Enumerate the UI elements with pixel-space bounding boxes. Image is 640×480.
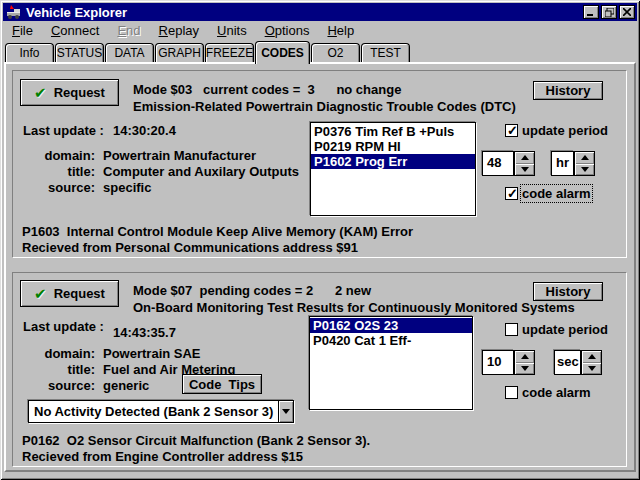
menu-help[interactable]: Help xyxy=(318,22,363,40)
tab-data[interactable]: DATA xyxy=(105,43,154,62)
menu-file[interactable]: File xyxy=(3,22,42,40)
period-unit-spinner-mode07 xyxy=(581,350,602,375)
request-button-mode07[interactable]: ✔ Request xyxy=(20,280,119,307)
dtc-item[interactable]: P0420 Cat 1 Eff- xyxy=(310,333,472,348)
dtc-item[interactable]: P1602 Prog Err xyxy=(311,154,475,169)
tab-codes[interactable]: CODES xyxy=(255,41,310,64)
menu-end: End xyxy=(108,22,149,40)
menubar: File Connect End Replay Units Options He… xyxy=(3,22,637,40)
green-check-icon: ✔ xyxy=(34,285,47,303)
minimize-button[interactable] xyxy=(583,5,599,19)
up-arrow-icon xyxy=(581,155,589,160)
update-period-checkbox-mode07[interactable]: update period xyxy=(505,322,608,337)
mode07-description: On-Board Monitoring Test Results for Con… xyxy=(133,300,575,315)
tab-o2[interactable]: O2 xyxy=(311,43,360,62)
title-label: title: xyxy=(21,164,95,179)
spinner-down-button[interactable] xyxy=(515,363,534,375)
period-unit-field-mode07[interactable]: sec xyxy=(554,350,581,375)
titlebar: Vehicle Explorer xyxy=(3,3,637,21)
code-alarm-checkbox-mode07[interactable]: code alarm xyxy=(505,385,591,400)
update-period-checkbox-mode03[interactable]: update period xyxy=(505,123,608,138)
request-button-label: Request xyxy=(54,286,105,301)
restore-button[interactable] xyxy=(601,5,617,19)
restore-icon xyxy=(605,8,614,17)
domain-value: Powertrain Manufacturer xyxy=(103,148,256,163)
vehicle-explorer-window: Vehicle Explorer File Connect End Replay… xyxy=(0,0,640,480)
source-label: source: xyxy=(21,180,95,195)
close-button[interactable] xyxy=(619,5,635,19)
history-button-mode07[interactable]: History xyxy=(533,282,603,301)
spinner-down-button[interactable] xyxy=(582,363,601,375)
menu-units[interactable]: Units xyxy=(208,22,256,40)
window-title: Vehicle Explorer xyxy=(26,5,127,20)
update-period-label: update period xyxy=(522,322,608,337)
mode03-status-line: Mode $03 current codes = 3 no change xyxy=(133,82,401,97)
spinner-up-button[interactable] xyxy=(575,152,594,164)
tabstrip: Info STATUS DATA GRAPH FREEZE CODES O2 T… xyxy=(5,41,411,64)
spinner-up-button[interactable] xyxy=(515,152,534,164)
mode03-panel: ✔ Request Mode $03 current codes = 3 no … xyxy=(12,70,627,258)
request-button-mode03[interactable]: ✔ Request xyxy=(20,79,119,106)
down-arrow-icon xyxy=(521,167,529,172)
dtc-item[interactable]: P0376 Tim Ref B +Puls xyxy=(311,124,475,139)
period-unit-field-mode03[interactable]: hr xyxy=(551,151,574,176)
code-detail-dropdown[interactable]: No Activity Detected (Bank 2 Sensor 3) xyxy=(28,400,294,423)
mode07-panel: ✔ Request Mode $07 pending codes = 2 2 n… xyxy=(12,272,627,467)
dropdown-arrow-button[interactable] xyxy=(278,401,293,422)
code-tips-button[interactable]: Code Tips xyxy=(182,374,262,394)
title-label: title: xyxy=(21,362,95,377)
spinner-up-button[interactable] xyxy=(582,351,601,363)
dtc-listbox-mode03[interactable]: P0376 Tim Ref B +Puls P0219 RPM HI P1602… xyxy=(310,122,476,216)
truck-app-icon xyxy=(6,4,22,20)
selected-code-detail-line2: Recieved from Engine Controller address … xyxy=(22,449,303,464)
spinner-up-button[interactable] xyxy=(515,351,534,363)
tab-graph[interactable]: GRAPH xyxy=(155,43,204,62)
dtc-item[interactable]: P0162 O2S 23 xyxy=(310,318,472,333)
period-value-spinner-mode03 xyxy=(514,151,535,176)
spinner-down-button[interactable] xyxy=(575,164,594,176)
code-alarm-checkbox-mode03[interactable]: code alarm xyxy=(505,186,591,201)
dropdown-arrow-icon xyxy=(282,409,290,414)
last-update-value: 14:30:20.4 xyxy=(113,123,176,138)
menu-replay[interactable]: Replay xyxy=(150,22,208,40)
source-label: source: xyxy=(21,378,95,393)
period-value-field-mode03[interactable]: 48 xyxy=(482,151,514,176)
close-icon xyxy=(623,8,631,16)
last-update-value: 14:43:35.7 xyxy=(113,325,176,340)
checkbox-icon xyxy=(505,124,518,137)
dtc-item[interactable]: P0219 RPM HI xyxy=(311,139,475,154)
period-unit-spinner-mode03 xyxy=(574,151,595,176)
last-update-label: Last update : xyxy=(23,319,104,334)
menu-options[interactable]: Options xyxy=(256,22,319,40)
selected-code-detail-line1: P0162 O2 Sensor Circuit Malfunction (Ban… xyxy=(22,433,370,448)
tab-status[interactable]: STATUS xyxy=(55,43,104,62)
code-alarm-label: code alarm xyxy=(522,385,591,400)
dtc-listbox-mode07[interactable]: P0162 O2S 23 P0420 Cat 1 Eff- xyxy=(309,316,473,410)
up-arrow-icon xyxy=(588,354,596,359)
period-value-field-mode07[interactable]: 10 xyxy=(482,350,514,375)
domain-value: Powertrain SAE xyxy=(103,346,201,361)
domain-label: domain: xyxy=(21,148,95,163)
up-arrow-icon xyxy=(521,155,529,160)
period-value-spinner-mode07 xyxy=(514,350,535,375)
down-arrow-icon xyxy=(581,167,589,172)
source-value: generic xyxy=(103,378,149,393)
tab-freeze[interactable]: FREEZE xyxy=(205,43,254,62)
title-value: Computer and Auxilary Outputs xyxy=(103,164,299,179)
request-button-label: Request xyxy=(54,85,105,100)
mode03-description: Emission-Related Powertrain Diagnostic T… xyxy=(133,99,516,114)
tab-info[interactable]: Info xyxy=(5,43,54,62)
tab-test[interactable]: TEST xyxy=(361,43,410,62)
history-button-label: History xyxy=(546,284,591,299)
dropdown-value: No Activity Detected (Bank 2 Sensor 3) xyxy=(29,404,278,419)
spinner-down-button[interactable] xyxy=(515,164,534,176)
up-arrow-icon xyxy=(521,354,529,359)
selected-code-detail-line1: P1603 Internal Control Module Keep Alive… xyxy=(22,224,413,239)
down-arrow-icon xyxy=(588,366,596,371)
checkbox-icon xyxy=(505,323,518,336)
code-tips-label: Code Tips xyxy=(189,377,255,392)
menu-connect[interactable]: Connect xyxy=(42,22,108,40)
history-button-mode03[interactable]: History xyxy=(533,81,603,100)
code-alarm-label: code alarm xyxy=(522,186,591,201)
minimize-icon xyxy=(587,8,595,16)
